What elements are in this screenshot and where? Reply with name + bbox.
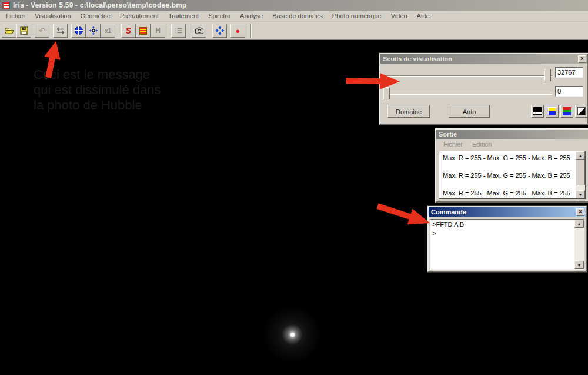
output-scrollbar-thumb[interactable] xyxy=(576,160,585,185)
iris-app-icon xyxy=(2,2,10,9)
open-button[interactable] xyxy=(2,24,16,38)
command-window: Commande × >FFTD A B > ▲ ▼ xyxy=(427,206,587,272)
menu-fichier[interactable]: Fichier xyxy=(1,12,30,19)
output-line: Max. R = 255 - Max. G = 255 - Max. B = 2… xyxy=(443,171,582,180)
save-floppy-icon xyxy=(19,26,29,35)
command-list-button[interactable] xyxy=(171,24,186,38)
thresholds-sliders-icon xyxy=(56,26,65,35)
auto-button[interactable]: Auto xyxy=(449,105,490,118)
thresholds-dialog-title: Seuils de visualisation xyxy=(383,55,578,62)
output-menu-edition[interactable]: Edition xyxy=(467,141,497,148)
close-icon[interactable]: × xyxy=(578,55,586,63)
command-list-icon xyxy=(174,26,183,35)
command-window-title: Commande xyxy=(431,208,576,215)
thresholds-button[interactable] xyxy=(53,24,68,38)
window-title: Iris - Version 5.59 - c:\local\perso\tem… xyxy=(13,1,187,9)
bw-mode-button[interactable] xyxy=(531,105,544,118)
low-threshold-input[interactable] xyxy=(555,86,583,97)
gradient-mode-button[interactable] xyxy=(575,105,588,118)
output-list[interactable]: Max. R = 255 - Max. G = 255 - Max. B = 2… xyxy=(439,151,586,199)
rotate-s-icon: S xyxy=(126,26,131,35)
scroll-down-icon[interactable]: ▼ xyxy=(574,261,584,269)
bw-mode-icon xyxy=(533,107,542,115)
record-button[interactable]: ● xyxy=(230,24,245,38)
low-threshold-slider[interactable] xyxy=(386,94,552,95)
menu-video[interactable]: Vidéo xyxy=(386,12,412,19)
output-line: Max. R = 255 - Max. G = 255 - Max. B = 2… xyxy=(443,189,582,197)
hidden-message-line: la photo de Hubble xyxy=(34,98,161,113)
output-window-title: Sortie xyxy=(439,131,587,138)
high-threshold-slider-thumb[interactable] xyxy=(544,69,551,81)
command-console[interactable]: >FFTD A B > ▲ ▼ xyxy=(430,219,584,270)
histogram-icon: H xyxy=(155,26,161,35)
menu-spectro[interactable]: Spectro xyxy=(203,12,235,19)
menu-photo-numerique[interactable]: Photo numérique xyxy=(328,12,386,19)
menu-traitement[interactable]: Traitement xyxy=(163,12,203,19)
main-menubar: Fichier Visualisation Géométrie Prétrait… xyxy=(0,11,588,22)
menu-visualisation[interactable]: Visualisation xyxy=(30,12,76,19)
scroll-down-icon[interactable]: ▼ xyxy=(576,190,585,198)
command-prompt: > xyxy=(430,228,584,237)
center-object-button[interactable] xyxy=(71,24,86,38)
rgb-balance-button[interactable] xyxy=(212,24,227,38)
rgb-mode-icon xyxy=(563,107,571,115)
gradient-mode-icon xyxy=(577,107,586,115)
save-button[interactable] xyxy=(16,24,31,38)
move-crosshair-icon xyxy=(89,26,98,35)
menu-analyse[interactable]: Analyse xyxy=(235,12,268,19)
fft-spectrum-core xyxy=(290,333,295,337)
open-folder-icon xyxy=(5,26,14,35)
high-threshold-input[interactable] xyxy=(555,67,583,78)
toolbar-separator xyxy=(250,24,252,38)
yellow-blue-mode-button[interactable] xyxy=(546,105,559,118)
yellow-blue-mode-icon xyxy=(548,107,556,115)
command-window-titlebar[interactable]: Commande × xyxy=(429,207,586,217)
move-button[interactable] xyxy=(86,24,101,38)
high-threshold-slider[interactable] xyxy=(386,75,552,77)
rotate-button[interactable]: S xyxy=(121,24,136,38)
domaine-button[interactable]: Domaine xyxy=(387,105,430,118)
zoom-x1-button[interactable]: x1 xyxy=(101,24,115,38)
command-line: >FFTD A B xyxy=(430,220,584,228)
hidden-message-line: qui est dissimulé dans xyxy=(34,82,161,98)
command-scrollbar[interactable]: ▲ ▼ xyxy=(574,220,584,269)
output-menu-fichier[interactable]: Fichier xyxy=(439,141,467,148)
close-icon[interactable]: × xyxy=(576,208,584,216)
output-scrollbar[interactable]: ▲ ▼ xyxy=(576,151,585,198)
camera-icon xyxy=(195,26,204,35)
menu-geometrie[interactable]: Géométrie xyxy=(76,12,115,19)
undo-icon: ↶ xyxy=(39,26,46,35)
text-output-button[interactable] xyxy=(136,24,151,38)
menu-pretraitement[interactable]: Prétraitement xyxy=(115,12,163,19)
output-menubar: Fichier Edition xyxy=(436,139,588,150)
window-titlebar[interactable]: Iris - Version 5.59 - c:\local\perso\tem… xyxy=(0,0,588,11)
output-window-titlebar[interactable]: Sortie xyxy=(436,130,588,139)
text-list-icon xyxy=(139,27,147,35)
undo-button[interactable]: ↶ xyxy=(35,24,49,38)
main-toolbar: ↶ x1 S xyxy=(0,22,588,40)
camera-button[interactable] xyxy=(192,24,206,38)
record-icon: ● xyxy=(236,27,240,35)
scroll-up-icon[interactable]: ▲ xyxy=(576,151,585,160)
iris-application-window: Iris - Version 5.59 - c:\local\perso\tem… xyxy=(0,0,588,375)
output-window: Sortie Fichier Edition Max. R = 255 - Ma… xyxy=(435,128,588,203)
menu-base-de-donnees[interactable]: Base de données xyxy=(268,12,328,19)
rgb-mode-button[interactable] xyxy=(560,105,573,118)
thresholds-dialog-titlebar[interactable]: Seuils de visualisation × xyxy=(380,54,587,64)
target-icon xyxy=(74,26,83,35)
low-threshold-slider-thumb[interactable] xyxy=(383,87,390,99)
scroll-up-icon[interactable]: ▲ xyxy=(574,220,584,228)
hidden-message-line: Ceci est le message xyxy=(34,67,161,82)
rgb-diamonds-icon xyxy=(215,26,225,35)
histogram-button[interactable]: H xyxy=(151,24,165,38)
output-line: Max. R = 255 - Max. G = 255 - Max. B = 2… xyxy=(443,154,582,162)
thresholds-dialog: Seuils de visualisation × Domaine Auto xyxy=(379,53,588,125)
zoom-x1-icon: x1 xyxy=(105,28,111,34)
menu-aide[interactable]: Aide xyxy=(412,12,435,19)
hidden-steganography-message: Ceci est le message qui est dissimulé da… xyxy=(34,67,161,113)
